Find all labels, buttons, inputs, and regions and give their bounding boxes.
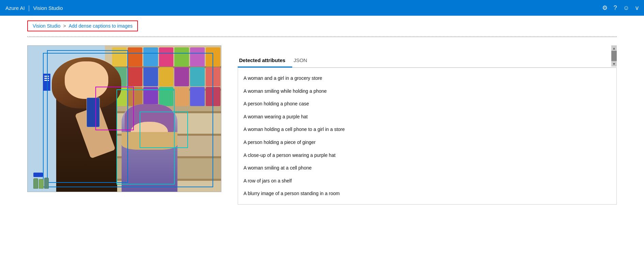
breadcrumb-current[interactable]: Add dense captions to images	[69, 23, 133, 29]
product-17	[143, 87, 158, 106]
image-panel	[27, 45, 221, 192]
top-navigation: Azure AI | Vision Studio ⚙ ? ☺ v	[0, 0, 644, 16]
brand-area: Azure AI | Vision Studio	[5, 4, 63, 12]
product-12	[174, 67, 189, 86]
breadcrumb-area: Vision Studio > Add dense captions to im…	[0, 16, 644, 31]
product-4	[159, 47, 174, 67]
scroll-up-arrow[interactable]: ▲	[611, 45, 617, 51]
topnav-actions: ⚙ ? ☺ v	[602, 4, 639, 12]
product-14	[206, 67, 220, 86]
tabs-wrapper: Detected attributes JSON ▲ ▼ A woman and…	[238, 45, 617, 205]
attribute-item-2: A person holding a phone case	[244, 98, 611, 111]
scroll-controls: ▲ ▼	[611, 45, 617, 67]
attribute-item-4: A woman holding a cell phone to a girl i…	[244, 123, 611, 136]
attribute-item-0: A woman and a girl in a grocery store	[244, 72, 611, 85]
breadcrumb: Vision Studio > Add dense captions to im…	[27, 20, 138, 31]
product-19	[174, 87, 189, 106]
attribute-item-5: A person holding a piece of ginger	[244, 136, 611, 149]
product-11	[159, 67, 174, 86]
attribute-item-7: A woman smiling at a cell phone	[244, 162, 611, 175]
account-menu[interactable]: v	[635, 4, 639, 12]
attribute-item-6: A close-up of a person wearing a purple …	[244, 149, 611, 162]
main-content: Detected attributes JSON ▲ ▼ A woman and…	[0, 37, 644, 213]
product-13	[190, 67, 205, 86]
attribute-item-8: A row of jars on a shelf	[244, 175, 611, 188]
help-icon[interactable]: ?	[614, 4, 617, 12]
breadcrumb-separator: >	[63, 23, 66, 29]
product-18	[159, 87, 174, 106]
tabs-row: Detected attributes JSON ▲ ▼	[238, 45, 617, 68]
attribute-item-9: A blurry image of a person standing in a…	[244, 187, 611, 200]
jars-area	[33, 167, 49, 189]
scroll-down-arrow[interactable]: ▼	[611, 61, 617, 67]
scene-background	[28, 46, 221, 192]
brand-divider: |	[28, 4, 30, 12]
scroll-track	[611, 51, 617, 61]
tab-detected-attributes[interactable]: Detected attributes	[238, 55, 292, 68]
image-display	[27, 45, 221, 192]
brand-vision-studio: Vision Studio	[33, 5, 63, 11]
settings-icon[interactable]: ⚙	[602, 4, 608, 12]
breadcrumb-home[interactable]: Vision Studio	[33, 23, 60, 29]
attribute-item-1: A woman smiling while holding a phone	[244, 85, 611, 98]
attribute-item-3: A woman wearing a purple hat	[244, 111, 611, 123]
product-3	[143, 47, 158, 67]
product-7	[206, 47, 220, 67]
product-6	[190, 47, 205, 67]
child-figure	[119, 104, 180, 192]
product-21	[206, 87, 220, 106]
brand-azure: Azure AI	[5, 5, 25, 11]
right-panel: Detected attributes JSON ▲ ▼ A woman and…	[238, 45, 617, 205]
product-10	[143, 67, 158, 86]
tab-json[interactable]: JSON	[292, 55, 314, 68]
woman-figure	[43, 57, 130, 192]
user-icon[interactable]: ☺	[623, 4, 629, 12]
attributes-container: A woman and a girl in a grocery store A …	[238, 68, 617, 205]
product-20	[190, 87, 205, 106]
product-5	[174, 47, 189, 67]
